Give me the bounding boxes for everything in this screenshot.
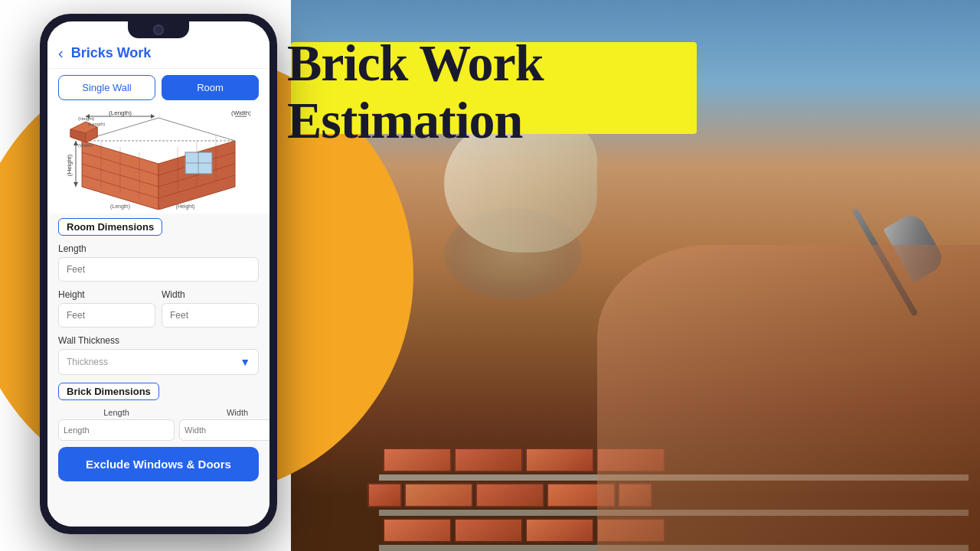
brick-dimensions-section: Brick Dimensions Length Width Height: [58, 383, 259, 441]
room-diagram-container: (Length) (Width) (Height) (Length) (Heig…: [47, 106, 270, 214]
height-input[interactable]: [58, 303, 155, 328]
phone-screen: ‹ Bricks Work Single Wall Room: [47, 21, 270, 527]
svg-text:(Height): (Height): [176, 204, 195, 210]
camera-icon: [155, 26, 162, 34]
brick-width-label: Width: [179, 408, 270, 417]
brick-length-input[interactable]: [58, 419, 175, 441]
svg-text:(Width): (Width): [78, 143, 93, 148]
phone-notch: [128, 21, 189, 38]
brick-dimensions-header: Brick Dimensions: [58, 383, 159, 400]
dropdown-arrow-icon: ▼: [240, 356, 250, 368]
hero-title-line2: Estimation: [287, 92, 543, 149]
tab-row: Single Wall Room: [47, 69, 270, 106]
room-dimensions-header: Room Dimensions: [58, 218, 162, 236]
height-width-row: Height Width: [58, 289, 259, 335]
svg-marker-29: [74, 182, 78, 187]
height-label: Height: [58, 289, 155, 300]
brick-dims-row: Length Width Height: [58, 408, 259, 441]
room-diagram-svg: (Length) (Width) (Height) (Length) (Heig…: [67, 110, 250, 210]
svg-text:(Length): (Length): [109, 110, 132, 116]
wall-thickness-dropdown[interactable]: Thickness ▼: [58, 349, 259, 375]
length-label: Length: [58, 243, 259, 254]
app-header: ‹ Bricks Work: [47, 38, 270, 69]
svg-text:(Height): (Height): [67, 154, 73, 176]
brick-width-col: Width: [179, 408, 270, 441]
wall-thickness-placeholder: Thickness: [67, 357, 108, 367]
phone-mockup: ‹ Bricks Work Single Wall Room: [40, 14, 277, 534]
svg-text:(Width): (Width): [231, 110, 250, 116]
tab-room[interactable]: Room: [162, 75, 259, 100]
exclude-windows-doors-button[interactable]: Exclude Windows & Doors: [58, 447, 259, 481]
length-input[interactable]: [58, 257, 259, 282]
room-dimensions-section: Room Dimensions Length Height Width Wall…: [58, 218, 259, 375]
app-title: Bricks Work: [71, 45, 152, 61]
hero-title: Brick Work Estimation: [287, 34, 543, 149]
brick-length-col: Length: [58, 408, 175, 441]
back-button[interactable]: ‹: [58, 44, 64, 62]
width-input[interactable]: [162, 303, 259, 328]
svg-marker-23: [151, 114, 155, 119]
height-col: Height: [58, 289, 155, 335]
width-label: Width: [162, 289, 259, 300]
svg-text:(Length): (Length): [88, 122, 105, 126]
tab-single-wall[interactable]: Single Wall: [58, 75, 155, 100]
app-content[interactable]: Room Dimensions Length Height Width Wall…: [47, 214, 270, 527]
wall-thickness-label: Wall Thickness: [58, 335, 259, 346]
hero-title-line1: Brick Work: [287, 34, 543, 92]
width-col: Width: [162, 289, 259, 335]
svg-text:(Length): (Length): [110, 204, 130, 210]
brick-length-label: Length: [58, 408, 175, 417]
svg-line-19: [158, 118, 235, 141]
brick-width-input[interactable]: [179, 419, 270, 441]
svg-text:(Height): (Height): [78, 116, 94, 121]
